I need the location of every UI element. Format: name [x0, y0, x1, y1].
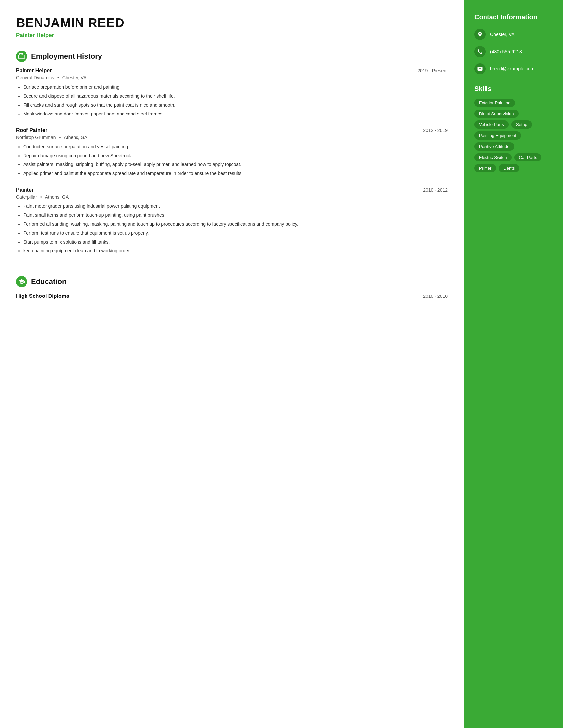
skill-tag: Dents — [499, 164, 519, 172]
education-header: Education — [16, 276, 448, 287]
list-item: Paint small items and perform touch-up p… — [23, 212, 448, 219]
employment-title: Employment History — [31, 52, 102, 61]
edu-date-1: 2010 - 2010 — [423, 294, 448, 299]
skill-tag: Primer — [474, 164, 496, 172]
employment-header: Employment History — [16, 51, 448, 62]
left-panel: BENJAMIN REED Painter Helper Employment … — [0, 0, 464, 728]
list-item: Conducted surface preparation and vessel… — [23, 143, 448, 150]
list-item: Secure and dispose of all hazardous mate… — [23, 93, 448, 100]
job-title-3: Painter — [16, 187, 34, 193]
skill-tag: Direct Supervision — [474, 110, 519, 118]
job-date-2: 2012 - 2019 — [423, 128, 448, 133]
skill-tag: Painting Equipment — [474, 131, 521, 140]
email-icon — [474, 63, 486, 74]
person-name: BENJAMIN REED — [16, 16, 448, 30]
job-bullets-2: Conducted surface preparation and vessel… — [16, 143, 448, 177]
phone-icon — [474, 46, 486, 57]
location-icon — [474, 29, 486, 40]
job-block-2: Roof Painter 2012 - 2019 Northrop Grumma… — [16, 127, 448, 177]
skills-section-title: Skills — [474, 85, 552, 93]
person-title: Painter Helper — [16, 32, 448, 39]
location-text: Chester, VA — [490, 32, 515, 37]
skill-tag: Electric Switch — [474, 153, 512, 161]
list-item: Surface preparation before primer and pa… — [23, 84, 448, 91]
list-item: keep painting equipment clean and in wor… — [23, 248, 448, 254]
edu-header-1: High School Diploma 2010 - 2010 — [16, 293, 448, 299]
list-item: Perform test runs to ensure that equipme… — [23, 230, 448, 237]
education-icon — [16, 276, 27, 287]
employment-icon — [16, 51, 27, 62]
job-meta-2: Northrop Grumman • Athens, GA — [16, 135, 448, 140]
skill-tag: Exterior Painting — [474, 99, 515, 107]
job-meta-1: General Dynamics • Chester, VA — [16, 75, 448, 80]
skills-container: Exterior Painting Direct Supervision Veh… — [474, 99, 552, 172]
edu-block-1: High School Diploma 2010 - 2010 — [16, 293, 448, 299]
list-item: Assist painters, masking, stripping, buf… — [23, 161, 448, 168]
skill-tag: Setup — [511, 120, 532, 129]
skill-tag: Positive Attitude — [474, 142, 514, 151]
job-bullets-1: Surface preparation before primer and pa… — [16, 84, 448, 117]
list-item: Applied primer and paint at the appropri… — [23, 170, 448, 177]
phone-text: (480) 555-9218 — [490, 49, 522, 54]
job-block-3: Painter 2010 - 2012 Caterpillar • Athens… — [16, 187, 448, 254]
list-item: Fill cracks and sand rough spots so that… — [23, 102, 448, 109]
list-item: Mask windows and door frames, paper floo… — [23, 111, 448, 117]
job-bullets-3: Paint motor grader parts using industria… — [16, 203, 448, 254]
list-item: Performed all sanding, washing, masking,… — [23, 221, 448, 228]
job-meta-3: Caterpillar • Athens, GA — [16, 194, 448, 200]
skill-tag: Vehicle Parts — [474, 120, 509, 129]
job-title-2: Roof Painter — [16, 127, 47, 133]
job-date-1: 2019 - Present — [417, 68, 448, 73]
contact-email: breed@example.com — [474, 63, 552, 74]
list-item: Paint motor grader parts using industria… — [23, 203, 448, 210]
job-header-3: Painter 2010 - 2012 — [16, 187, 448, 193]
contact-location: Chester, VA — [474, 29, 552, 40]
job-header-1: Painter Helper 2019 - Present — [16, 68, 448, 74]
contact-section-title: Contact Information — [474, 13, 552, 21]
job-title-1: Painter Helper — [16, 68, 52, 74]
right-panel: Contact Information Chester, VA (480) 55… — [464, 0, 563, 728]
job-block-1: Painter Helper 2019 - Present General Dy… — [16, 68, 448, 117]
education-title: Education — [31, 277, 66, 286]
degree-title-1: High School Diploma — [16, 293, 69, 299]
job-header-2: Roof Painter 2012 - 2019 — [16, 127, 448, 133]
skill-tag: Car Parts — [514, 153, 542, 161]
list-item: Start pumps to mix solutions and fill ta… — [23, 239, 448, 246]
section-divider — [16, 265, 448, 265]
email-text: breed@example.com — [490, 66, 534, 71]
list-item: Repair damage using compound and new She… — [23, 152, 448, 159]
contact-phone: (480) 555-9218 — [474, 46, 552, 57]
job-date-3: 2010 - 2012 — [423, 187, 448, 193]
